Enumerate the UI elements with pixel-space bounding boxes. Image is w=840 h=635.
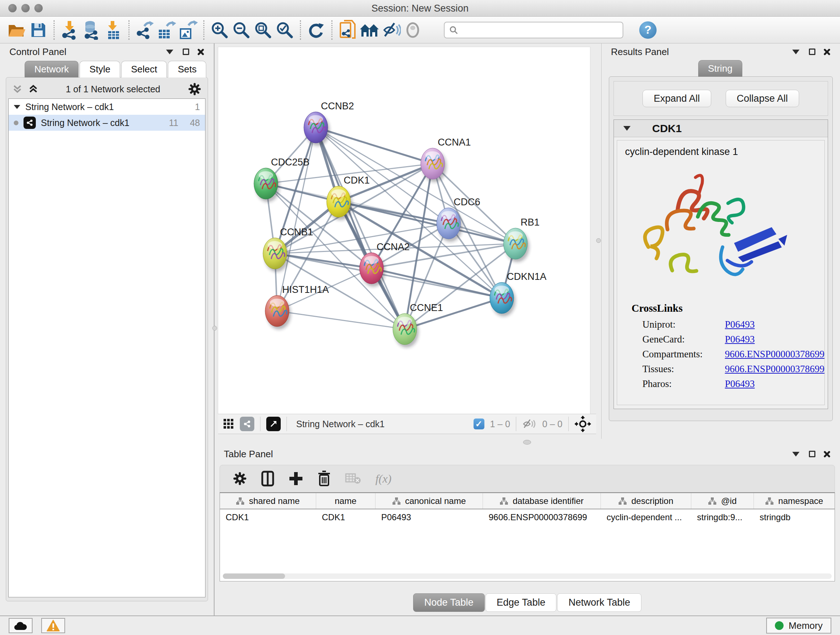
cell-namespace[interactable]: stringdb (754, 509, 835, 525)
crosslink-tissues-link[interactable]: 9606.ENSP00000378699 (725, 363, 824, 375)
search-input[interactable] (461, 25, 618, 35)
save-session-button[interactable] (27, 19, 49, 41)
selected-node-edge-count: 1 – 0 (490, 419, 510, 429)
table-row[interactable]: CDK1 CDK1 P06493 9606.ENSP00000378699 cy… (220, 509, 835, 525)
float-panel-icon[interactable] (792, 452, 799, 456)
memory-button[interactable]: Memory (766, 618, 831, 633)
tab-select[interactable]: Select (121, 61, 167, 78)
create-column-plus-icon[interactable] (289, 471, 303, 486)
network-node-rb1[interactable]: RB1 (504, 217, 540, 262)
cell-canonical-name[interactable]: P06493 (376, 509, 483, 525)
network-row[interactable]: String Network – cdk1 11 48 (9, 115, 205, 131)
cell-shared-name[interactable]: CDK1 (220, 509, 316, 525)
float-panel-icon[interactable] (166, 50, 173, 54)
network-node-cdkn1a[interactable]: CDKN1A (490, 271, 546, 317)
column-header[interactable]: canonical name (376, 493, 483, 509)
control-panel-splitter-handle[interactable] (212, 326, 217, 331)
network-options-gear-icon[interactable] (188, 82, 201, 96)
crosslink-pharos-link[interactable]: P06493 (725, 378, 755, 390)
zoom-fit-button[interactable] (252, 19, 274, 41)
collapse-all-button[interactable]: Collapse All (726, 90, 799, 107)
crosslink-uniprot-link[interactable]: P06493 (725, 319, 755, 330)
delete-table-icon (345, 472, 361, 485)
tab-edge-table[interactable]: Edge Table (485, 593, 557, 612)
undock-panel-icon[interactable] (809, 49, 815, 55)
expand-all-networks-icon[interactable] (28, 84, 38, 94)
column-header[interactable]: database identifier (483, 493, 601, 509)
column-namespace-icon (618, 497, 627, 505)
grid-view-icon[interactable] (223, 418, 234, 429)
open-session-button[interactable] (6, 19, 27, 41)
crosslink-compartments-link[interactable]: 9606.ENSP00000378699 (725, 348, 824, 360)
network-canvas[interactable]: CCNB2CCNA1CDC25BCDK1CDC6RB1CCNB1CCNA2CDK… (218, 47, 590, 414)
tab-style[interactable]: Style (80, 61, 120, 78)
cell-description[interactable]: cyclin-dependent ... (601, 509, 691, 525)
scrollbar-thumb[interactable] (223, 573, 285, 579)
network-collection-row[interactable]: String Network – cdk1 1 (9, 99, 205, 115)
cell-database-identifier[interactable]: 9606.ENSP00000378699 (483, 509, 601, 525)
tab-network-table[interactable]: Network Table (557, 593, 641, 612)
delete-column-trash-icon[interactable] (317, 470, 331, 486)
table-horizontal-scrollbar[interactable] (223, 573, 832, 579)
crosslink-label: Tissues: (643, 363, 725, 375)
tab-sets[interactable]: Sets (168, 61, 206, 78)
export-network-button[interactable] (134, 19, 156, 41)
eye-slash-icon (381, 22, 401, 38)
export-image-button[interactable] (177, 19, 199, 41)
tab-node-table[interactable]: Node Table (413, 593, 485, 612)
hide-selection-button[interactable] (380, 19, 402, 41)
collection-expander-icon[interactable] (14, 105, 20, 109)
tab-network[interactable]: Network (25, 61, 79, 78)
splitter-handle[interactable] (523, 440, 531, 445)
close-panel-icon[interactable] (197, 48, 204, 55)
cell-name[interactable]: CDK1 (316, 509, 376, 525)
warnings-button[interactable] (41, 618, 65, 633)
vertical-splitter[interactable] (596, 43, 601, 439)
fit-content-crosshair-icon[interactable] (575, 416, 591, 432)
close-panel-icon[interactable] (823, 48, 831, 55)
birds-eye-view-icon[interactable] (266, 417, 281, 431)
cell-id[interactable]: stringdb:9... (691, 509, 754, 525)
title-bar: Session: New Session (0, 0, 840, 17)
cloud-status-button[interactable] (9, 618, 33, 633)
cdk1-section-header[interactable]: CDK1 (614, 120, 828, 137)
import-network-from-database-button[interactable] (81, 19, 103, 41)
collapse-all-networks-icon[interactable] (13, 84, 22, 94)
network-node-ccna2[interactable]: CCNA2 (360, 241, 410, 287)
network-view-icon[interactable] (240, 417, 254, 431)
help-button[interactable]: ? (639, 21, 657, 39)
column-header[interactable]: name (316, 493, 376, 509)
zoom-selected-button[interactable] (274, 19, 295, 41)
column-header[interactable]: shared name (220, 493, 316, 509)
zoom-in-button[interactable] (209, 19, 231, 41)
column-namespace-icon (765, 497, 774, 505)
network-node-hist1h1a[interactable]: HIST1H1A (265, 284, 329, 329)
apply-layout-button[interactable] (305, 19, 327, 41)
tab-string[interactable]: String (698, 60, 742, 77)
undock-panel-icon[interactable] (809, 451, 815, 457)
expand-all-button[interactable]: Expand All (643, 90, 711, 107)
column-header[interactable]: @id (691, 493, 754, 509)
zoom-out-button[interactable] (231, 19, 252, 41)
new-network-from-selection-button[interactable] (337, 19, 358, 41)
show-columns-icon[interactable] (261, 470, 274, 486)
section-expander-icon[interactable] (623, 126, 630, 131)
show-all-button[interactable] (402, 19, 424, 41)
table-options-gear-icon[interactable] (233, 472, 247, 486)
first-neighbors-button[interactable] (358, 19, 380, 41)
selected-items-checkbox[interactable]: ✓ (474, 418, 485, 429)
export-table-button[interactable] (156, 19, 177, 41)
column-header[interactable]: namespace (754, 493, 835, 509)
close-panel-icon[interactable] (823, 450, 831, 458)
network-edge-count: 48 (190, 118, 200, 128)
import-table-from-file-button[interactable] (103, 19, 124, 41)
node-label-hist1h1a: HIST1H1A (282, 284, 329, 295)
horizontal-splitter[interactable] (215, 439, 840, 446)
network-node-ccnb1[interactable]: CCNB1 (263, 226, 313, 272)
undock-panel-icon[interactable] (183, 49, 189, 55)
splitter-handle[interactable] (596, 238, 601, 243)
crosslink-genecard-link[interactable]: P06493 (725, 334, 755, 345)
column-header[interactable]: description (601, 493, 691, 509)
import-network-from-file-button[interactable] (59, 19, 81, 41)
float-panel-icon[interactable] (792, 50, 799, 54)
